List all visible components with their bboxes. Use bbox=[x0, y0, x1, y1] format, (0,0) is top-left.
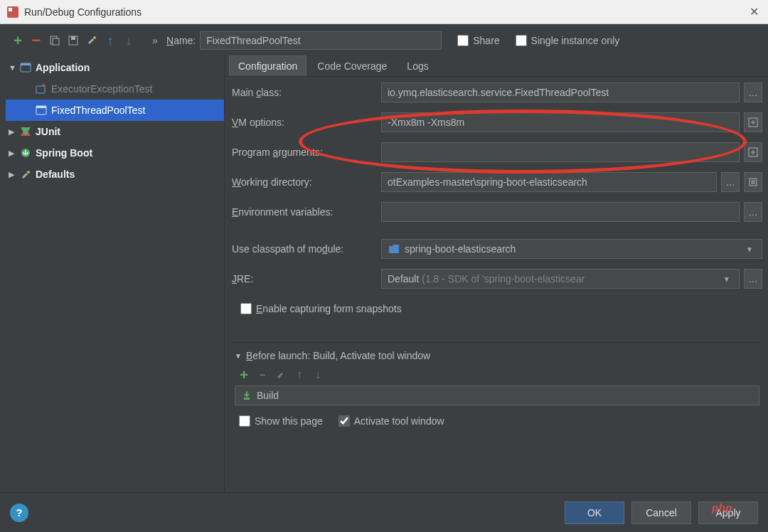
row-main-class: Main class: … bbox=[232, 83, 762, 102]
bl-move-down-button[interactable]: ↓ bbox=[310, 367, 326, 383]
tree-label: Defaults bbox=[36, 169, 75, 180]
before-launch-title: Before launch: Build, Activate tool wind… bbox=[246, 350, 430, 361]
show-this-page-checkbox-box[interactable] bbox=[239, 415, 250, 427]
collapse-icon[interactable]: ▼ bbox=[235, 352, 245, 360]
dialog-footer: ? OK Cancel Apply bbox=[0, 492, 768, 532]
share-checkbox-box[interactable] bbox=[457, 35, 469, 46]
bl-edit-button[interactable] bbox=[273, 367, 289, 383]
help-button[interactable]: ? bbox=[10, 504, 28, 522]
config-icon bbox=[34, 104, 48, 117]
move-up-button[interactable]: ↑ bbox=[102, 33, 118, 48]
config-form: Main class: … VM options: Program argume… bbox=[225, 77, 768, 492]
remove-config-button[interactable]: − bbox=[28, 33, 44, 48]
tabs-row: Configuration Code Coverage Logs bbox=[225, 54, 768, 77]
show-this-page-label: Show this page bbox=[255, 415, 323, 427]
env-vars-browse-button[interactable]: … bbox=[744, 202, 762, 222]
classpath-label: Use classpath of module: bbox=[232, 243, 381, 255]
single-instance-checkbox[interactable]: Single instance only bbox=[516, 35, 620, 46]
single-instance-label: Single instance only bbox=[531, 35, 620, 46]
before-launch-toolbar: + − ↑ ↓ bbox=[235, 367, 759, 383]
svg-rect-11 bbox=[36, 106, 46, 108]
titlebar: Run/Debug Configurations ✕ bbox=[0, 0, 768, 24]
tree-label: Application bbox=[36, 62, 90, 73]
app-icon bbox=[6, 5, 20, 19]
before-launch-list[interactable]: Build bbox=[235, 385, 759, 405]
config-icon bbox=[34, 83, 48, 95]
row-env-vars: Environment variables: … bbox=[232, 202, 762, 222]
save-config-button[interactable] bbox=[65, 33, 81, 48]
before-launch-item-label: Build bbox=[257, 390, 279, 401]
tree-node-junit[interactable]: ▶ JUnit bbox=[6, 121, 224, 142]
copy-config-button[interactable] bbox=[47, 33, 63, 48]
name-label: Name: bbox=[166, 35, 196, 46]
show-this-page-checkbox[interactable]: Show this page bbox=[239, 415, 323, 427]
svg-rect-9 bbox=[36, 86, 45, 93]
working-dir-input[interactable] bbox=[381, 172, 717, 192]
build-icon bbox=[240, 390, 254, 400]
classpath-combo[interactable]: spring-boot-elasticsearch ▼ bbox=[381, 239, 762, 259]
jre-combo[interactable]: Default (1.8 - SDK of 'spring-boot-elast… bbox=[381, 269, 740, 289]
tree-node-application[interactable]: ▼ Application bbox=[6, 57, 224, 78]
tree-collapse-icon[interactable]: ▼ bbox=[9, 63, 18, 72]
main-split: ▼ Application ExecutorExceptionTest Fixe… bbox=[0, 54, 768, 492]
jre-browse-button[interactable]: … bbox=[744, 269, 762, 289]
cancel-button[interactable]: Cancel bbox=[631, 501, 691, 524]
program-args-expand-button[interactable] bbox=[744, 142, 762, 162]
vm-options-input[interactable] bbox=[381, 112, 740, 132]
bl-remove-button[interactable]: − bbox=[255, 367, 270, 383]
main-class-input[interactable] bbox=[381, 83, 740, 102]
ok-button[interactable]: OK bbox=[565, 501, 624, 524]
tree-expand-icon[interactable]: ▶ bbox=[9, 170, 18, 179]
env-vars-input[interactable] bbox=[381, 202, 740, 222]
bl-add-button[interactable]: + bbox=[236, 367, 252, 383]
single-instance-checkbox-box[interactable] bbox=[516, 35, 527, 46]
add-config-button[interactable]: + bbox=[10, 33, 26, 48]
activate-tool-window-checkbox-box[interactable] bbox=[338, 415, 350, 427]
share-checkbox[interactable]: Share bbox=[457, 35, 499, 46]
tree-label: JUnit bbox=[36, 126, 60, 137]
main-class-label: Main class: bbox=[232, 87, 381, 98]
program-args-label: Program arguments: bbox=[232, 147, 381, 158]
expand-button[interactable]: » bbox=[146, 35, 164, 46]
module-icon bbox=[388, 243, 400, 255]
jre-value: Default (1.8 - SDK of 'spring-boot-elast… bbox=[388, 273, 720, 284]
config-tree: ▼ Application ExecutorExceptionTest Fixe… bbox=[0, 54, 224, 492]
before-launch-header[interactable]: ▼ Before launch: Build, Activate tool wi… bbox=[235, 350, 759, 361]
enable-snapshots-checkbox-box[interactable] bbox=[240, 303, 252, 314]
tree-node-fixed-thread-pool-test[interactable]: FixedThreadPoolTest bbox=[6, 100, 224, 121]
working-dir-list-button[interactable] bbox=[744, 172, 762, 192]
tree-label: FixedThreadPoolTest bbox=[51, 105, 145, 116]
tab-logs[interactable]: Logs bbox=[398, 55, 437, 76]
enable-snapshots-checkbox[interactable]: Enable capturing form snapshots bbox=[240, 303, 402, 314]
svg-rect-1 bbox=[9, 8, 12, 11]
before-launch-section: ▼ Before launch: Build, Activate tool wi… bbox=[232, 342, 762, 427]
activate-tool-window-checkbox[interactable]: Activate tool window bbox=[338, 415, 444, 427]
tab-code-coverage[interactable]: Code Coverage bbox=[308, 55, 396, 76]
working-dir-browse-button[interactable]: … bbox=[721, 172, 740, 192]
activate-tool-window-label: Activate tool window bbox=[354, 415, 444, 427]
vm-options-expand-button[interactable] bbox=[744, 112, 762, 132]
settings-config-button[interactable] bbox=[84, 33, 100, 48]
application-icon bbox=[18, 61, 33, 74]
tree-node-spring-boot[interactable]: ▶ Spring Boot bbox=[6, 142, 224, 164]
jre-label: JRE: bbox=[232, 273, 381, 284]
tab-configuration[interactable]: Configuration bbox=[229, 55, 306, 76]
env-vars-label: Environment variables: bbox=[232, 206, 381, 218]
row-program-args: Program arguments: bbox=[232, 142, 762, 162]
junit-icon bbox=[18, 125, 33, 138]
row-classpath: Use classpath of module: spring-boot-ela… bbox=[232, 239, 762, 259]
main-class-browse-button[interactable]: … bbox=[744, 83, 762, 102]
spring-boot-icon bbox=[18, 147, 33, 159]
tree-node-executor-exception-test[interactable]: ExecutorExceptionTest bbox=[6, 78, 224, 100]
name-input[interactable] bbox=[200, 31, 442, 50]
apply-button[interactable]: Apply bbox=[698, 501, 758, 524]
tree-node-defaults[interactable]: ▶ Defaults bbox=[6, 164, 224, 185]
move-down-button[interactable]: ↓ bbox=[121, 33, 137, 48]
program-args-input[interactable] bbox=[381, 142, 740, 162]
bl-move-up-button[interactable]: ↑ bbox=[292, 367, 307, 383]
tree-expand-icon[interactable]: ▶ bbox=[9, 127, 18, 137]
top-toolbar: + − ↑ ↓ » Name: Share Single instance on… bbox=[0, 24, 768, 54]
tree-expand-icon[interactable]: ▶ bbox=[9, 149, 18, 158]
close-icon[interactable]: ✕ bbox=[745, 5, 762, 18]
before-launch-checks: Show this page Activate tool window bbox=[235, 415, 759, 427]
